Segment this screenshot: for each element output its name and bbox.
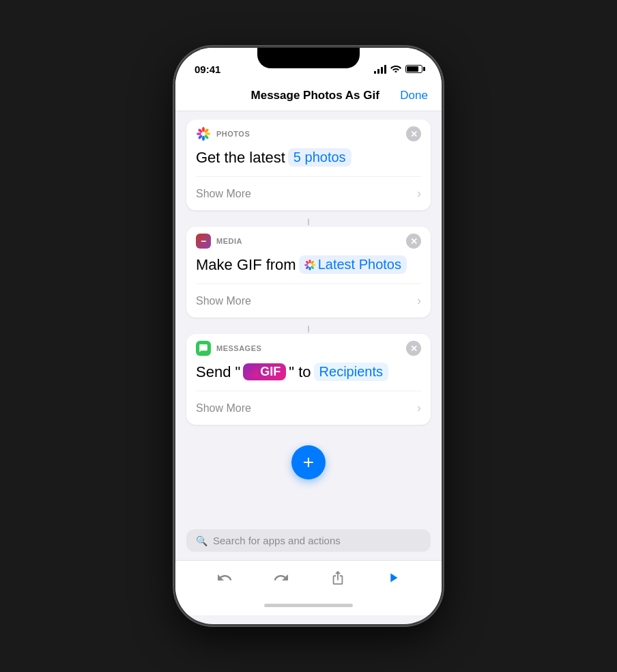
search-placeholder: Search for apps and actions — [213, 535, 341, 546]
media-close-button[interactable]: ✕ — [406, 234, 421, 249]
svg-point-14 — [308, 266, 311, 270]
wifi-icon — [390, 64, 401, 74]
signal-bar-3 — [381, 67, 383, 74]
battery-icon — [405, 65, 422, 73]
messages-close-button[interactable]: ✕ — [406, 341, 421, 356]
add-button-container: + — [186, 432, 431, 493]
media-card-body: Make GIF from Latest Photos — [186, 255, 431, 283]
media-card-header: − MEDIA ✕ — [186, 227, 431, 255]
notch — [257, 48, 360, 68]
photos-chevron-icon: › — [417, 186, 421, 201]
search-icon: 🔍 — [196, 535, 207, 546]
svg-point-1 — [202, 127, 205, 132]
phone-frame: 09:41 Message Photos As Gif D — [175, 48, 442, 624]
gif-token-text: GIF — [260, 365, 281, 379]
connector-dot-1 — [308, 219, 309, 225]
signal-bar-4 — [384, 65, 386, 74]
messages-card-header: MESSAGES ✕ — [186, 334, 431, 363]
connector-1 — [186, 217, 431, 227]
photos-card-header: PHOTOS ✕ — [186, 120, 431, 148]
photos-card-body: Get the latest 5 photos — [186, 148, 431, 176]
svg-point-9 — [201, 132, 205, 136]
messages-card-label: MESSAGES — [216, 344, 401, 352]
undo-button[interactable] — [216, 570, 233, 590]
gif-token[interactable]: GIF — [243, 363, 286, 380]
media-show-more-label: Show More — [196, 295, 251, 307]
page-title: Message Photos As Gif — [251, 89, 379, 102]
svg-point-7 — [197, 132, 201, 135]
home-indicator — [175, 598, 442, 615]
battery-fill — [407, 66, 418, 72]
home-bar — [264, 604, 353, 607]
add-action-button[interactable]: + — [291, 445, 326, 479]
photos-card: PHOTOS ✕ Get the latest 5 photos Show Mo… — [186, 120, 431, 210]
signal-bars-icon — [374, 65, 386, 74]
svg-point-3 — [205, 132, 210, 135]
messages-icon — [196, 341, 211, 356]
media-token[interactable]: Latest Photos — [299, 255, 407, 274]
media-card: − MEDIA ✕ Make GIF from — [186, 227, 431, 318]
done-button[interactable]: Done — [400, 89, 428, 102]
media-body-text: Make GIF from — [196, 256, 296, 274]
connector-2 — [186, 324, 431, 334]
media-chevron-icon: › — [417, 294, 421, 308]
media-icon: − — [196, 234, 211, 249]
photos-close-button[interactable]: ✕ — [406, 126, 421, 141]
svg-point-16 — [304, 264, 308, 266]
media-card-label: MEDIA — [216, 237, 401, 245]
messages-show-more-button[interactable]: Show More › — [186, 391, 431, 425]
messages-card-body: Send " GIF " to Recipients — [186, 363, 431, 391]
bottom-toolbar — [175, 560, 442, 598]
search-bar[interactable]: 🔍 Search for apps and actions — [186, 529, 431, 552]
nav-bar: Message Photos As Gif Done — [175, 81, 442, 111]
connector-dot-2 — [308, 326, 309, 333]
status-time: 09:41 — [195, 64, 220, 75]
media-show-more-button[interactable]: Show More › — [186, 284, 431, 318]
photos-show-more-label: Show More — [196, 188, 251, 200]
recipients-token[interactable]: Recipients — [314, 363, 388, 381]
messages-show-more-label: Show More — [196, 402, 251, 415]
photos-body-text: Get the latest — [196, 149, 285, 167]
share-button[interactable] — [330, 570, 345, 589]
media-token-text: Latest Photos — [318, 257, 401, 272]
svg-point-5 — [202, 136, 205, 141]
main-content: PHOTOS ✕ Get the latest 5 photos Show Mo… — [175, 111, 442, 524]
messages-body-suffix: " to — [289, 363, 311, 381]
messages-body-prefix: Send " — [196, 363, 240, 381]
svg-point-18 — [308, 263, 311, 266]
photos-icon — [196, 126, 211, 141]
photos-card-label: PHOTOS — [216, 130, 401, 138]
redo-button[interactable] — [273, 570, 289, 590]
messages-chevron-icon: › — [417, 401, 421, 415]
photos-show-more-button[interactable]: Show More › — [186, 177, 431, 210]
messages-card: MESSAGES ✕ Send " GIF " to Recipients Sh… — [186, 334, 431, 425]
svg-point-12 — [311, 264, 315, 266]
signal-bar-2 — [377, 69, 379, 74]
search-bar-container: 🔍 Search for apps and actions — [175, 524, 442, 560]
photos-token[interactable]: 5 photos — [288, 148, 351, 167]
signal-bar-1 — [374, 71, 376, 74]
status-icons — [374, 64, 422, 74]
play-button[interactable] — [386, 570, 401, 589]
svg-point-10 — [308, 260, 311, 264]
